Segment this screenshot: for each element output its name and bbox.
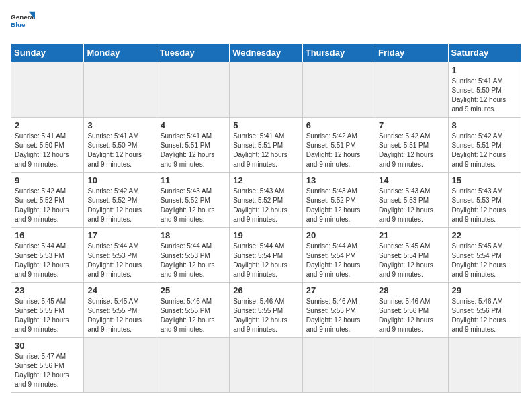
calendar-cell: 30Sunrise: 5:47 AM Sunset: 5:56 PM Dayli…: [11, 338, 84, 393]
week-row-3: 9Sunrise: 5:42 AM Sunset: 5:52 PM Daylig…: [11, 173, 521, 228]
calendar-cell: [84, 338, 157, 393]
day-info: Sunrise: 5:41 AM Sunset: 5:50 PM Dayligh…: [87, 132, 152, 169]
week-row-6: 30Sunrise: 5:47 AM Sunset: 5:56 PM Dayli…: [11, 338, 521, 393]
day-number: 25: [161, 285, 226, 295]
calendar-cell: [157, 338, 229, 393]
calendar-cell: 16Sunrise: 5:44 AM Sunset: 5:53 PM Dayli…: [11, 228, 84, 283]
day-number: 17: [87, 230, 152, 240]
calendar-header-row: SundayMondayTuesdayWednesdayThursdayFrid…: [11, 44, 521, 62]
calendar-cell: 25Sunrise: 5:46 AM Sunset: 5:55 PM Dayli…: [157, 283, 229, 338]
day-number: 9: [15, 175, 80, 185]
day-info: Sunrise: 5:42 AM Sunset: 5:52 PM Dayligh…: [15, 187, 80, 224]
week-row-2: 2Sunrise: 5:41 AM Sunset: 5:50 PM Daylig…: [11, 118, 521, 173]
day-info: Sunrise: 5:44 AM Sunset: 5:54 PM Dayligh…: [233, 242, 298, 279]
day-info: Sunrise: 5:41 AM Sunset: 5:50 PM Dayligh…: [15, 132, 80, 169]
header-day-tuesday: Tuesday: [157, 44, 229, 62]
calendar-cell: [302, 338, 375, 393]
calendar-cell: [230, 338, 302, 393]
calendar-cell: 1Sunrise: 5:41 AM Sunset: 5:50 PM Daylig…: [448, 62, 521, 118]
svg-text:Blue: Blue: [11, 21, 26, 28]
day-info: Sunrise: 5:43 AM Sunset: 5:52 PM Dayligh…: [161, 187, 226, 224]
day-number: 22: [452, 230, 517, 240]
day-number: 11: [161, 175, 226, 185]
day-number: 1: [452, 65, 517, 75]
day-info: Sunrise: 5:46 AM Sunset: 5:56 PM Dayligh…: [452, 297, 517, 334]
calendar-cell: 29Sunrise: 5:46 AM Sunset: 5:56 PM Dayli…: [448, 283, 521, 338]
calendar-cell: [84, 62, 157, 118]
calendar-cell: [157, 62, 229, 118]
calendar-cell: 27Sunrise: 5:46 AM Sunset: 5:55 PM Dayli…: [302, 283, 375, 338]
day-info: Sunrise: 5:44 AM Sunset: 5:54 PM Dayligh…: [306, 242, 371, 279]
day-info: Sunrise: 5:45 AM Sunset: 5:54 PM Dayligh…: [379, 242, 444, 279]
week-row-4: 16Sunrise: 5:44 AM Sunset: 5:53 PM Dayli…: [11, 228, 521, 283]
calendar-cell: [375, 62, 448, 118]
day-number: 19: [233, 230, 298, 240]
page-header: General Blue: [11, 11, 521, 35]
calendar-cell: [11, 62, 84, 118]
calendar-cell: 7Sunrise: 5:42 AM Sunset: 5:51 PM Daylig…: [375, 118, 448, 173]
calendar-cell: 6Sunrise: 5:42 AM Sunset: 5:51 PM Daylig…: [302, 118, 375, 173]
day-number: 26: [233, 285, 298, 295]
day-number: 5: [233, 120, 298, 130]
day-info: Sunrise: 5:43 AM Sunset: 5:53 PM Dayligh…: [452, 187, 517, 224]
day-info: Sunrise: 5:43 AM Sunset: 5:53 PM Dayligh…: [379, 187, 444, 224]
day-info: Sunrise: 5:45 AM Sunset: 5:54 PM Dayligh…: [452, 242, 517, 279]
calendar-cell: 28Sunrise: 5:46 AM Sunset: 5:56 PM Dayli…: [375, 283, 448, 338]
day-info: Sunrise: 5:41 AM Sunset: 5:51 PM Dayligh…: [233, 132, 298, 169]
calendar-cell: [448, 338, 521, 393]
day-info: Sunrise: 5:45 AM Sunset: 5:55 PM Dayligh…: [87, 297, 152, 334]
header-day-saturday: Saturday: [448, 44, 521, 62]
day-number: 12: [233, 175, 298, 185]
calendar-cell: [375, 338, 448, 393]
day-number: 23: [15, 285, 80, 295]
day-number: 29: [452, 285, 517, 295]
calendar-cell: [230, 62, 302, 118]
calendar-cell: 14Sunrise: 5:43 AM Sunset: 5:53 PM Dayli…: [375, 173, 448, 228]
day-info: Sunrise: 5:42 AM Sunset: 5:52 PM Dayligh…: [87, 187, 152, 224]
day-number: 18: [161, 230, 226, 240]
calendar-cell: 15Sunrise: 5:43 AM Sunset: 5:53 PM Dayli…: [448, 173, 521, 228]
day-info: Sunrise: 5:41 AM Sunset: 5:51 PM Dayligh…: [161, 132, 226, 169]
day-number: 2: [15, 120, 80, 130]
day-number: 28: [379, 285, 444, 295]
calendar-cell: [302, 62, 375, 118]
logo: General Blue: [11, 11, 35, 35]
day-info: Sunrise: 5:44 AM Sunset: 5:53 PM Dayligh…: [87, 242, 152, 279]
header-day-monday: Monday: [84, 44, 157, 62]
day-info: Sunrise: 5:44 AM Sunset: 5:53 PM Dayligh…: [15, 242, 80, 279]
week-row-1: 1Sunrise: 5:41 AM Sunset: 5:50 PM Daylig…: [11, 62, 521, 118]
calendar-cell: 23Sunrise: 5:45 AM Sunset: 5:55 PM Dayli…: [11, 283, 84, 338]
day-info: Sunrise: 5:46 AM Sunset: 5:55 PM Dayligh…: [233, 297, 298, 334]
day-info: Sunrise: 5:46 AM Sunset: 5:55 PM Dayligh…: [161, 297, 226, 334]
calendar-cell: 13Sunrise: 5:43 AM Sunset: 5:52 PM Dayli…: [302, 173, 375, 228]
calendar-cell: 8Sunrise: 5:42 AM Sunset: 5:51 PM Daylig…: [448, 118, 521, 173]
day-info: Sunrise: 5:46 AM Sunset: 5:55 PM Dayligh…: [306, 297, 371, 334]
day-number: 30: [15, 340, 80, 351]
calendar-cell: 5Sunrise: 5:41 AM Sunset: 5:51 PM Daylig…: [230, 118, 302, 173]
day-info: Sunrise: 5:42 AM Sunset: 5:51 PM Dayligh…: [306, 132, 371, 169]
header-day-friday: Friday: [375, 44, 448, 62]
day-info: Sunrise: 5:42 AM Sunset: 5:51 PM Dayligh…: [379, 132, 444, 169]
day-info: Sunrise: 5:45 AM Sunset: 5:55 PM Dayligh…: [15, 297, 80, 334]
day-info: Sunrise: 5:46 AM Sunset: 5:56 PM Dayligh…: [379, 297, 444, 334]
day-info: Sunrise: 5:47 AM Sunset: 5:56 PM Dayligh…: [15, 352, 80, 390]
header-day-sunday: Sunday: [11, 44, 84, 62]
day-number: 10: [87, 175, 152, 185]
calendar-table: SundayMondayTuesdayWednesdayThursdayFrid…: [11, 43, 521, 393]
calendar-cell: 17Sunrise: 5:44 AM Sunset: 5:53 PM Dayli…: [84, 228, 157, 283]
calendar-cell: 22Sunrise: 5:45 AM Sunset: 5:54 PM Dayli…: [448, 228, 521, 283]
day-number: 21: [379, 230, 444, 240]
day-number: 7: [379, 120, 444, 130]
day-info: Sunrise: 5:43 AM Sunset: 5:52 PM Dayligh…: [306, 187, 371, 224]
calendar-cell: 18Sunrise: 5:44 AM Sunset: 5:53 PM Dayli…: [157, 228, 229, 283]
calendar-cell: 10Sunrise: 5:42 AM Sunset: 5:52 PM Dayli…: [84, 173, 157, 228]
day-number: 27: [306, 285, 371, 295]
calendar-cell: 19Sunrise: 5:44 AM Sunset: 5:54 PM Dayli…: [230, 228, 302, 283]
day-number: 20: [306, 230, 371, 240]
calendar-cell: 4Sunrise: 5:41 AM Sunset: 5:51 PM Daylig…: [157, 118, 229, 173]
calendar-cell: 26Sunrise: 5:46 AM Sunset: 5:55 PM Dayli…: [230, 283, 302, 338]
calendar-cell: 20Sunrise: 5:44 AM Sunset: 5:54 PM Dayli…: [302, 228, 375, 283]
day-number: 4: [161, 120, 226, 130]
day-number: 8: [452, 120, 517, 130]
logo-icon: General Blue: [11, 11, 35, 35]
